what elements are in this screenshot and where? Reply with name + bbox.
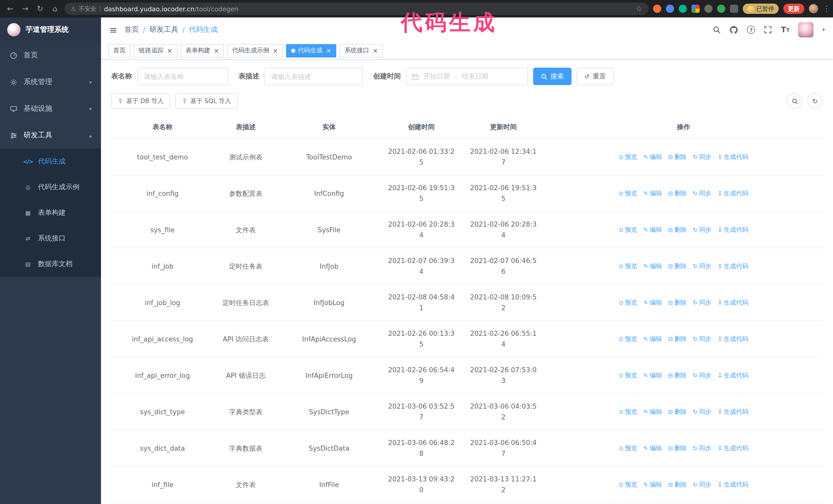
sync-link[interactable]: ↻同步	[693, 479, 711, 490]
sidebar-item-codegen[interactable]: </> 代码生成	[0, 149, 101, 174]
breadcrumb-devtools[interactable]: 研发工具	[149, 25, 178, 34]
generate-link[interactable]: ↧生成代码	[718, 261, 748, 272]
refresh-button[interactable]: ↻	[807, 93, 823, 109]
reset-button[interactable]: ↺ 重置	[577, 68, 614, 85]
delete-link[interactable]: ⊟删除	[668, 334, 687, 344]
search-button[interactable]: 搜索	[533, 68, 572, 85]
tab-close-icon[interactable]: ×	[167, 47, 172, 54]
edit-link[interactable]: ✎编辑	[643, 334, 662, 344]
preview-link[interactable]: ⊙预览	[619, 334, 637, 344]
edit-link[interactable]: ✎编辑	[643, 261, 662, 272]
sidebar-item-db-doc[interactable]: ▤ 数据库文档	[0, 251, 101, 277]
tab-close-icon[interactable]: ×	[273, 47, 278, 54]
import-db-button[interactable]: ⇪ 基于 DB 导入	[111, 93, 170, 109]
sidebar-item-codegen-example[interactable]: ◎ 代码生成示例	[0, 174, 101, 200]
bookmark-star-icon[interactable]: ☆	[636, 5, 642, 13]
sync-link[interactable]: ↻同步	[693, 407, 711, 417]
paused-badge[interactable]: 已暂停	[742, 4, 779, 14]
search-icon[interactable]	[713, 26, 721, 34]
generate-link[interactable]: ↧生成代码	[718, 224, 748, 235]
generate-link[interactable]: ↧生成代码	[718, 188, 748, 199]
tab-system-api[interactable]: 系统接口 ×	[340, 44, 383, 57]
generate-link[interactable]: ↧生成代码	[718, 334, 748, 344]
sync-link[interactable]: ↻同步	[693, 443, 711, 454]
generate-link[interactable]: ↧生成代码	[718, 152, 748, 163]
extension-icon-4[interactable]	[691, 5, 699, 13]
security-indicator[interactable]: ⚠ 不安全	[71, 5, 96, 13]
edit-link[interactable]: ✎编辑	[643, 479, 662, 490]
sidebar-item-devtools[interactable]: 研发工具 ▴	[0, 122, 101, 149]
tab-codegen-example[interactable]: 代码生成示例 ×	[227, 44, 283, 57]
preview-link[interactable]: ⊙预览	[619, 297, 637, 308]
browser-back-icon[interactable]: ←	[5, 4, 15, 13]
sync-link[interactable]: ↻同步	[693, 261, 711, 272]
preview-link[interactable]: ⊙预览	[619, 370, 637, 381]
generate-link[interactable]: ↧生成代码	[718, 479, 748, 490]
preview-link[interactable]: ⊙预览	[619, 443, 637, 454]
preview-link[interactable]: ⊙预览	[619, 188, 637, 199]
sidebar-item-form-builder[interactable]: ▦ 表单构建	[0, 200, 101, 225]
tab-home[interactable]: 首页	[108, 44, 131, 57]
preview-link[interactable]: ⊙预览	[619, 152, 637, 163]
preview-link[interactable]: ⊙预览	[619, 407, 637, 417]
delete-link[interactable]: ⊟删除	[668, 407, 687, 417]
edit-link[interactable]: ✎编辑	[643, 297, 662, 308]
avatar-caret-icon[interactable]: ▾	[823, 27, 825, 32]
delete-link[interactable]: ⊟删除	[668, 224, 687, 235]
fullscreen-icon[interactable]	[764, 26, 772, 34]
sync-link[interactable]: ↻同步	[693, 152, 711, 163]
extension-icon-2[interactable]	[666, 5, 674, 13]
generate-link[interactable]: ↧生成代码	[718, 297, 748, 308]
extension-icon-3[interactable]	[679, 5, 687, 13]
tab-tracing[interactable]: 链路追踪 ×	[134, 44, 177, 57]
font-size-icon[interactable]: TT	[781, 25, 790, 34]
sync-link[interactable]: ↻同步	[693, 297, 711, 308]
delete-link[interactable]: ⊟删除	[668, 443, 687, 454]
sync-link[interactable]: ↻同步	[693, 224, 711, 235]
preview-link[interactable]: ⊙预览	[619, 261, 637, 272]
delete-link[interactable]: ⊟删除	[668, 261, 687, 272]
address-bar[interactable]: ⚠ 不安全 dashboard.yudao.iocoder.cn/tool/co…	[65, 3, 648, 15]
delete-link[interactable]: ⊟删除	[668, 479, 687, 490]
date-range-picker[interactable]: 开始日期 - 结束日期	[406, 68, 528, 85]
github-icon[interactable]	[730, 25, 738, 34]
edit-link[interactable]: ✎编辑	[643, 407, 662, 417]
tab-form-builder[interactable]: 表单构建 ×	[181, 44, 224, 57]
tab-close-icon[interactable]: ×	[373, 47, 378, 54]
edit-link[interactable]: ✎编辑	[643, 443, 662, 454]
sync-link[interactable]: ↻同步	[693, 188, 711, 199]
table-name-input[interactable]	[137, 68, 229, 85]
sync-link[interactable]: ↻同步	[693, 334, 711, 344]
tab-codegen[interactable]: 代码生成 ×	[286, 44, 336, 57]
breadcrumb-home[interactable]: 首页	[124, 25, 139, 34]
sidebar-item-home[interactable]: 首页	[0, 42, 101, 69]
sidebar-item-system[interactable]: 系统管理 ▾	[0, 69, 101, 95]
preview-link[interactable]: ⊙预览	[619, 479, 637, 490]
edit-link[interactable]: ✎编辑	[643, 224, 662, 235]
generate-link[interactable]: ↧生成代码	[718, 443, 748, 454]
generate-link[interactable]: ↧生成代码	[718, 407, 748, 417]
delete-link[interactable]: ⊟删除	[668, 188, 687, 199]
tab-close-icon[interactable]: ×	[214, 47, 219, 54]
browser-forward-icon[interactable]: →	[20, 4, 30, 13]
show-search-toggle-button[interactable]	[787, 93, 802, 109]
tab-close-icon[interactable]: ×	[326, 47, 331, 54]
edit-link[interactable]: ✎编辑	[643, 188, 662, 199]
preview-link[interactable]: ⊙预览	[619, 224, 637, 235]
delete-link[interactable]: ⊟删除	[668, 370, 687, 381]
browser-profile-avatar[interactable]	[809, 4, 818, 13]
user-avatar[interactable]	[799, 22, 814, 38]
browser-home-icon[interactable]: ⌂	[50, 4, 60, 13]
edit-link[interactable]: ✎编辑	[643, 152, 662, 163]
delete-link[interactable]: ⊟删除	[668, 152, 687, 163]
sidebar-toggle-icon[interactable]: ≡	[109, 24, 117, 35]
sidebar-item-system-api[interactable]: ⇄ 系统接口	[0, 225, 101, 251]
extension-icon-5[interactable]	[704, 5, 712, 13]
import-sql-button[interactable]: ⇪ 基于 SQL 导入	[175, 93, 238, 109]
extensions-puzzle-icon[interactable]	[730, 5, 738, 13]
extension-icon-6[interactable]	[717, 5, 725, 13]
help-icon[interactable]: ?	[747, 26, 755, 34]
update-button[interactable]: 更新	[783, 4, 804, 14]
browser-reload-icon[interactable]: ↻	[35, 4, 45, 13]
app-logo[interactable]: 芋道管理系统	[0, 18, 101, 42]
